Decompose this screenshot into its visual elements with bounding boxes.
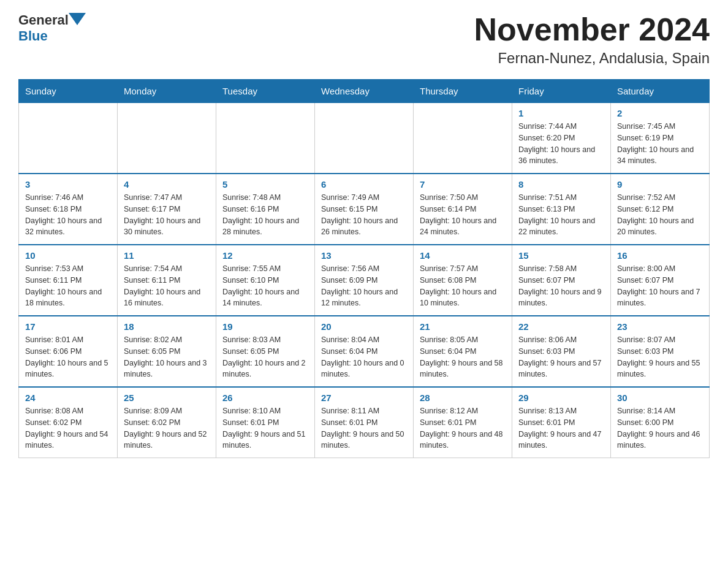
day-info: Sunrise: 8:02 AM Sunset: 6:05 PM Dayligh… xyxy=(124,334,210,380)
day-number: 19 xyxy=(222,321,308,332)
calendar-cell xyxy=(315,103,414,174)
calendar-body: 1Sunrise: 7:44 AM Sunset: 6:20 PM Daylig… xyxy=(19,103,710,458)
page-header: General Blue November 2024 Fernan-Nunez,… xyxy=(18,12,710,67)
day-number: 3 xyxy=(25,179,111,190)
day-number: 27 xyxy=(321,393,407,403)
day-number: 17 xyxy=(25,321,111,332)
calendar-cell: 27Sunrise: 8:11 AM Sunset: 6:01 PM Dayli… xyxy=(315,387,414,458)
calendar-cell: 6Sunrise: 7:49 AM Sunset: 6:15 PM Daylig… xyxy=(315,174,414,245)
calendar-cell: 30Sunrise: 8:14 AM Sunset: 6:00 PM Dayli… xyxy=(611,387,710,458)
calendar-cell: 7Sunrise: 7:50 AM Sunset: 6:14 PM Daylig… xyxy=(414,174,512,245)
calendar-header-row: SundayMondayTuesdayWednesdayThursdayFrid… xyxy=(19,80,710,103)
day-info: Sunrise: 7:57 AM Sunset: 6:08 PM Dayligh… xyxy=(420,263,506,309)
logo-top: General xyxy=(18,12,86,28)
day-info: Sunrise: 7:51 AM Sunset: 6:13 PM Dayligh… xyxy=(518,192,604,238)
calendar-cell: 24Sunrise: 8:08 AM Sunset: 6:02 PM Dayli… xyxy=(19,387,118,458)
day-number: 2 xyxy=(617,108,703,118)
calendar-cell: 16Sunrise: 8:00 AM Sunset: 6:07 PM Dayli… xyxy=(611,245,710,316)
day-info: Sunrise: 8:06 AM Sunset: 6:03 PM Dayligh… xyxy=(518,334,604,380)
calendar-day-header: Thursday xyxy=(414,80,512,103)
day-info: Sunrise: 8:03 AM Sunset: 6:05 PM Dayligh… xyxy=(222,334,308,380)
day-info: Sunrise: 8:04 AM Sunset: 6:04 PM Dayligh… xyxy=(321,334,407,380)
day-number: 22 xyxy=(518,321,604,332)
calendar-cell xyxy=(118,103,216,174)
page-title: November 2024 xyxy=(474,12,710,47)
logo-triangle-icon xyxy=(69,13,86,28)
day-info: Sunrise: 8:12 AM Sunset: 6:01 PM Dayligh… xyxy=(420,405,506,451)
calendar-cell: 5Sunrise: 7:48 AM Sunset: 6:16 PM Daylig… xyxy=(216,174,315,245)
calendar-week-row: 10Sunrise: 7:53 AM Sunset: 6:11 PM Dayli… xyxy=(19,245,710,316)
calendar-cell: 4Sunrise: 7:47 AM Sunset: 6:17 PM Daylig… xyxy=(118,174,216,245)
calendar-cell: 3Sunrise: 7:46 AM Sunset: 6:18 PM Daylig… xyxy=(19,174,118,245)
day-info: Sunrise: 7:44 AM Sunset: 6:20 PM Dayligh… xyxy=(518,121,604,167)
page-subtitle: Fernan-Nunez, Andalusia, Spain xyxy=(474,50,710,67)
day-info: Sunrise: 7:56 AM Sunset: 6:09 PM Dayligh… xyxy=(321,263,407,309)
calendar-cell: 18Sunrise: 8:02 AM Sunset: 6:05 PM Dayli… xyxy=(118,316,216,387)
day-number: 13 xyxy=(321,250,407,261)
day-info: Sunrise: 8:10 AM Sunset: 6:01 PM Dayligh… xyxy=(222,405,308,451)
day-number: 6 xyxy=(321,179,407,190)
calendar-cell: 29Sunrise: 8:13 AM Sunset: 6:01 PM Dayli… xyxy=(512,387,611,458)
day-number: 23 xyxy=(617,321,703,332)
day-info: Sunrise: 7:50 AM Sunset: 6:14 PM Dayligh… xyxy=(420,192,506,238)
calendar-day-header: Sunday xyxy=(19,80,118,103)
logo-text-blue: Blue xyxy=(18,28,48,44)
calendar-cell: 23Sunrise: 8:07 AM Sunset: 6:03 PM Dayli… xyxy=(611,316,710,387)
calendar-day-header: Wednesday xyxy=(315,80,414,103)
day-info: Sunrise: 8:08 AM Sunset: 6:02 PM Dayligh… xyxy=(25,405,111,451)
calendar-header: SundayMondayTuesdayWednesdayThursdayFrid… xyxy=(19,80,710,103)
svg-marker-0 xyxy=(69,13,86,25)
calendar-cell: 13Sunrise: 7:56 AM Sunset: 6:09 PM Dayli… xyxy=(315,245,414,316)
calendar-cell: 11Sunrise: 7:54 AM Sunset: 6:11 PM Dayli… xyxy=(118,245,216,316)
day-number: 28 xyxy=(420,393,506,403)
day-number: 9 xyxy=(617,179,703,190)
day-number: 15 xyxy=(518,250,604,261)
day-number: 16 xyxy=(617,250,703,261)
day-number: 12 xyxy=(222,250,308,261)
calendar-cell: 21Sunrise: 8:05 AM Sunset: 6:04 PM Dayli… xyxy=(414,316,512,387)
day-info: Sunrise: 7:54 AM Sunset: 6:11 PM Dayligh… xyxy=(124,263,210,309)
calendar-day-header: Tuesday xyxy=(216,80,315,103)
calendar-cell: 14Sunrise: 7:57 AM Sunset: 6:08 PM Dayli… xyxy=(414,245,512,316)
day-info: Sunrise: 8:01 AM Sunset: 6:06 PM Dayligh… xyxy=(25,334,111,380)
calendar-day-header: Monday xyxy=(118,80,216,103)
day-info: Sunrise: 8:11 AM Sunset: 6:01 PM Dayligh… xyxy=(321,405,407,451)
calendar-day-header: Saturday xyxy=(611,80,710,103)
calendar-cell xyxy=(414,103,512,174)
logo-block: General Blue xyxy=(18,12,86,44)
day-number: 30 xyxy=(617,393,703,403)
calendar-day-header: Friday xyxy=(512,80,611,103)
day-info: Sunrise: 7:52 AM Sunset: 6:12 PM Dayligh… xyxy=(617,192,703,238)
day-info: Sunrise: 7:58 AM Sunset: 6:07 PM Dayligh… xyxy=(518,263,604,309)
day-number: 21 xyxy=(420,321,506,332)
calendar-cell: 28Sunrise: 8:12 AM Sunset: 6:01 PM Dayli… xyxy=(414,387,512,458)
day-info: Sunrise: 8:13 AM Sunset: 6:01 PM Dayligh… xyxy=(518,405,604,451)
day-number: 11 xyxy=(124,250,210,261)
day-number: 20 xyxy=(321,321,407,332)
calendar-cell xyxy=(19,103,118,174)
logo: General Blue xyxy=(18,12,86,44)
day-number: 24 xyxy=(25,393,111,403)
day-info: Sunrise: 7:53 AM Sunset: 6:11 PM Dayligh… xyxy=(25,263,111,309)
day-info: Sunrise: 7:49 AM Sunset: 6:15 PM Dayligh… xyxy=(321,192,407,238)
logo-text-general: General xyxy=(18,12,69,28)
day-info: Sunrise: 7:48 AM Sunset: 6:16 PM Dayligh… xyxy=(222,192,308,238)
day-number: 1 xyxy=(518,108,604,118)
calendar-cell: 25Sunrise: 8:09 AM Sunset: 6:02 PM Dayli… xyxy=(118,387,216,458)
day-number: 7 xyxy=(420,179,506,190)
day-info: Sunrise: 8:05 AM Sunset: 6:04 PM Dayligh… xyxy=(420,334,506,380)
calendar-cell: 10Sunrise: 7:53 AM Sunset: 6:11 PM Dayli… xyxy=(19,245,118,316)
day-number: 18 xyxy=(124,321,210,332)
day-info: Sunrise: 8:00 AM Sunset: 6:07 PM Dayligh… xyxy=(617,263,703,309)
day-info: Sunrise: 7:46 AM Sunset: 6:18 PM Dayligh… xyxy=(25,192,111,238)
day-info: Sunrise: 7:47 AM Sunset: 6:17 PM Dayligh… xyxy=(124,192,210,238)
calendar-cell: 1Sunrise: 7:44 AM Sunset: 6:20 PM Daylig… xyxy=(512,103,611,174)
day-number: 4 xyxy=(124,179,210,190)
day-number: 25 xyxy=(124,393,210,403)
calendar-week-row: 1Sunrise: 7:44 AM Sunset: 6:20 PM Daylig… xyxy=(19,103,710,174)
calendar-cell: 19Sunrise: 8:03 AM Sunset: 6:05 PM Dayli… xyxy=(216,316,315,387)
calendar-cell: 17Sunrise: 8:01 AM Sunset: 6:06 PM Dayli… xyxy=(19,316,118,387)
calendar-cell: 12Sunrise: 7:55 AM Sunset: 6:10 PM Dayli… xyxy=(216,245,315,316)
day-info: Sunrise: 8:14 AM Sunset: 6:00 PM Dayligh… xyxy=(617,405,703,451)
day-number: 26 xyxy=(222,393,308,403)
